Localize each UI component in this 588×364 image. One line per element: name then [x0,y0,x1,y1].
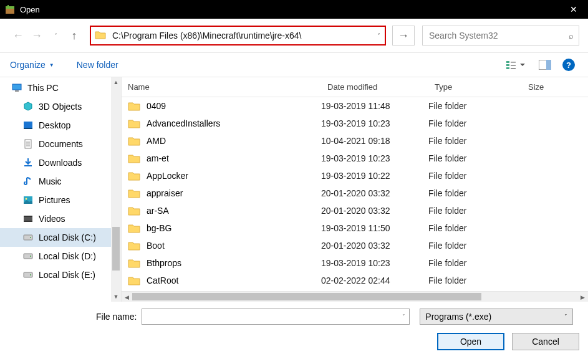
column-header-date[interactable]: Date modified [321,82,428,92]
help-button[interactable]: ? [559,57,578,73]
file-row[interactable]: AdvancedInstallers19-03-2019 10:23File f… [122,115,588,132]
filename-input[interactable] [142,309,398,324]
nav-item-music[interactable]: Music [0,172,121,191]
filename-dropdown[interactable]: ˅ [398,314,409,320]
scroll-thumb[interactable] [112,227,120,271]
file-row[interactable]: Boot20-01-2020 03:32File folder [122,237,588,254]
down-icon [22,157,34,168]
help-icon: ? [562,59,575,71]
nav-item-local-disk-c-[interactable]: Local Disk (C:) [0,228,121,247]
svg-point-26 [30,237,31,238]
address-input[interactable] [111,27,372,44]
nav-item-label: Documents [39,139,83,149]
file-row[interactable]: CatRoot02-02-2022 02:44File folder [122,272,588,289]
svg-rect-24 [24,221,32,222]
svg-point-28 [30,256,31,257]
file-row[interactable]: appraiser20-01-2020 03:32File folder [122,184,588,202]
search-input[interactable] [428,30,569,41]
search-icon: ⌕ [569,31,574,41]
file-row[interactable]: 040919-03-2019 11:48File folder [122,97,588,115]
file-row[interactable]: am-et19-03-2019 10:23File folder [122,150,588,167]
nav-item-documents[interactable]: Documents [0,135,121,153]
file-row[interactable]: AppLocker19-03-2019 10:22File folder [122,167,588,184]
file-type: File folder [428,223,522,233]
view-mode-button[interactable] [501,57,531,73]
svg-rect-14 [24,128,32,129]
file-row[interactable]: ar-SA20-01-2020 03:32File folder [122,202,588,219]
horizontal-scrollbar[interactable]: ◀ ▶ [122,291,588,302]
pics-icon [22,194,34,206]
nav-item-downloads[interactable]: Downloads [0,153,121,172]
file-row[interactable]: bg-BG19-03-2019 11:50File folder [122,219,588,237]
nav-item-this-pc[interactable]: This PC [0,79,121,97]
file-date: 19-03-2019 11:48 [321,101,428,111]
chevron-down-icon: ˅ [564,314,567,320]
folder-icon [128,188,140,199]
file-date: 20-01-2020 03:32 [321,188,428,198]
nav-item-local-disk-e-[interactable]: Local Disk (E:) [0,266,121,284]
nav-item-desktop[interactable]: Desktop [0,116,121,135]
new-folder-button[interactable]: New folder [77,60,118,70]
nav-item-3d-objects[interactable]: 3D Objects [0,97,121,116]
file-row[interactable]: AMD10-04-2021 09:18File folder [122,132,588,150]
file-type: File folder [428,118,522,128]
refresh-button[interactable]: → [392,26,415,46]
file-name: AppLocker [147,171,188,181]
folder-icon [128,135,140,146]
scroll-up-icon[interactable]: ▲ [111,77,121,87]
title-bar: Open ✕ [0,0,588,19]
column-header-size[interactable]: Size [522,82,559,92]
nav-item-label: Pictures [39,195,70,205]
folder-icon [95,30,106,41]
close-button[interactable]: ✕ [559,0,588,19]
svg-rect-13 [24,122,32,128]
folder-icon [128,205,140,216]
preview-pane-button[interactable] [536,57,554,73]
scroll-right-icon[interactable]: ▶ [577,292,588,302]
back-button[interactable]: ← [9,26,27,45]
file-type: File folder [428,171,522,181]
disk-icon [22,269,34,280]
docs-icon [22,138,34,150]
column-header-name[interactable]: Name [122,82,321,92]
scroll-thumb-h[interactable] [132,293,481,300]
folder-icon [128,240,140,251]
scroll-down-icon[interactable]: ▼ [111,292,121,302]
folder-icon [128,170,140,181]
forward-button[interactable]: → [27,26,46,45]
filename-input-wrap[interactable]: ˅ [142,309,410,325]
cancel-button[interactable]: Cancel [512,333,579,350]
nav-item-label: Local Disk (D:) [39,251,96,261]
file-date: 19-03-2019 10:23 [321,118,428,128]
file-name: Boot [147,241,165,251]
file-date: 20-01-2020 03:32 [321,241,428,251]
nav-item-pictures[interactable]: Pictures [0,191,121,209]
file-name: CatRoot [147,275,178,285]
folder-icon [128,118,140,129]
history-dropdown[interactable]: ˅ [46,26,65,45]
nav-item-label: Desktop [39,120,70,130]
up-button[interactable]: ↑ [65,26,84,45]
nav-item-videos[interactable]: Videos [0,209,121,228]
file-row[interactable]: Bthprops19-03-2019 10:23File folder [122,254,588,272]
column-header-type[interactable]: Type [428,82,522,92]
address-bar[interactable]: ˅ [90,26,386,46]
scroll-left-icon[interactable]: ◀ [122,292,132,302]
folder-icon [128,275,140,286]
search-box[interactable]: ⌕ [422,26,579,46]
svg-rect-3 [506,61,509,63]
organize-button[interactable]: Organize ▼ [10,60,54,70]
nav-item-label: 3D Objects [39,102,82,112]
nav-scrollbar[interactable]: ▲ ▼ [111,77,121,302]
nav-item-local-disk-d-[interactable]: Local Disk (D:) [0,247,121,266]
nav-item-label: Local Disk (C:) [39,232,96,242]
file-type-filter[interactable]: Programs (*.exe) ˅ [420,309,573,325]
svg-point-30 [30,274,31,275]
open-button[interactable]: Open [437,333,504,350]
file-name: am-et [147,153,169,163]
window-title: Open [20,5,559,14]
svg-rect-5 [506,67,509,69]
svg-rect-23 [24,216,32,217]
file-name: AdvancedInstallers [147,118,220,128]
address-dropdown[interactable]: ˅ [372,32,385,39]
